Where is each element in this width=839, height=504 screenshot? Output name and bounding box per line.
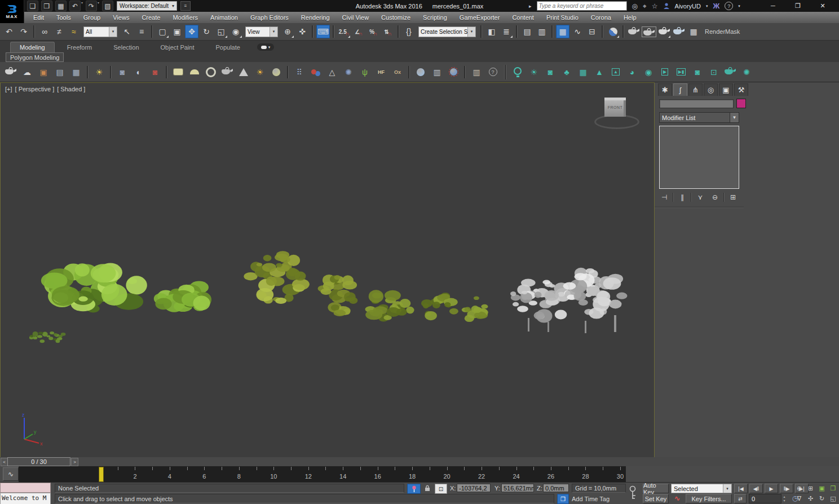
search-input[interactable] xyxy=(537,1,627,11)
orbit-button[interactable]: ↻ xyxy=(816,494,827,503)
scatter-button[interactable]: ⠿ xyxy=(292,64,307,79)
time-slider-handle[interactable] xyxy=(99,467,104,482)
set-key-button[interactable]: Set Key xyxy=(643,494,669,503)
rendered-frame-window-button[interactable] xyxy=(642,25,656,38)
motion-tab[interactable]: ◎ xyxy=(704,83,718,96)
dome-primitive-button[interactable] xyxy=(187,64,202,79)
sphere-primitive-button[interactable] xyxy=(269,64,284,79)
undo-flyout-button[interactable]: ↶ xyxy=(69,1,81,11)
corona-scatter-button[interactable]: ♣ xyxy=(559,64,574,79)
corona-pattern-button[interactable]: ▲ xyxy=(608,64,623,79)
zoom-button[interactable]: ⊕ xyxy=(794,484,805,493)
workspace-selector[interactable]: Workspace: Default ▾ xyxy=(117,1,177,11)
environment-button[interactable]: ▣ xyxy=(36,64,51,79)
corona-interactive-button[interactable]: ✺ xyxy=(739,64,754,79)
pin-stack-button[interactable]: ⊣ xyxy=(658,192,670,202)
modifier-list-dropdown[interactable]: Modifier List ▼ xyxy=(659,112,739,123)
render-production-button[interactable] xyxy=(657,25,671,38)
macro-recorder-pane[interactable] xyxy=(0,483,51,493)
save-file-button[interactable]: ▦ xyxy=(55,1,67,11)
menu-content[interactable]: Content xyxy=(506,12,540,23)
modify-tab[interactable]: ʃ xyxy=(673,83,687,96)
teapot-create-button[interactable] xyxy=(3,64,18,79)
window-crossing-button[interactable]: ▣ xyxy=(170,25,184,38)
mirror-button[interactable]: ◧ xyxy=(485,25,498,38)
camera-button[interactable]: ◙ xyxy=(115,64,130,79)
corona-proxy-button[interactable]: ▲ xyxy=(592,64,607,79)
angle-snap-toggle-button[interactable]: ∠∩ xyxy=(352,25,365,38)
viewport-menu-view[interactable]: [ Perspective ] xyxy=(15,86,55,92)
mini-curve-editor-button[interactable]: ∿ xyxy=(3,467,19,481)
menu-graph-editors[interactable]: Graph Editors xyxy=(244,12,295,23)
go-to-start-button[interactable]: |◀ xyxy=(734,484,748,493)
sphere-dashed-button[interactable] xyxy=(446,64,461,79)
corona-camera-button[interactable]: ◙ xyxy=(543,64,558,79)
search-icon[interactable]: ◎ xyxy=(632,2,638,10)
z-coordinate-field[interactable]: 0,0mm xyxy=(543,484,569,492)
bind-to-space-warp-button[interactable]: ≈ xyxy=(67,25,81,38)
select-and-manipulate-button[interactable]: ✜ xyxy=(295,25,309,38)
add-time-tag[interactable]: Add Time Tag xyxy=(572,496,610,502)
flyout-arrow-icon[interactable]: ▸ xyxy=(529,3,532,9)
named-selection-sets-select[interactable]: Create Selection Se▾ xyxy=(418,26,476,37)
y-coordinate-field[interactable]: 516,621mm xyxy=(501,484,534,492)
viewcube-cube[interactable]: FRONT xyxy=(604,98,626,117)
maximize-viewport-button[interactable]: ◱ xyxy=(828,494,838,503)
set-key-curve-icon[interactable]: ∿ xyxy=(671,494,683,503)
play-button[interactable]: ▶ xyxy=(765,484,778,493)
favorites-star-icon[interactable]: ☆ xyxy=(652,2,658,10)
tab-selection[interactable]: Selection xyxy=(104,42,148,52)
help-chevron-icon[interactable]: ▾ xyxy=(738,4,740,8)
render-presets-button[interactable]: ▤ xyxy=(52,64,67,79)
corona-player-button[interactable]: ▶▮ xyxy=(674,64,688,79)
configure-modifier-sets-button[interactable]: ⊞ xyxy=(727,192,739,202)
menu-edit[interactable]: Edit xyxy=(27,12,50,23)
select-and-link-button[interactable]: ∞ xyxy=(38,25,51,38)
use-pivot-point-center-button[interactable]: ⊕ xyxy=(281,25,294,38)
menu-animation[interactable]: Animation xyxy=(204,12,244,23)
spinner-snap-toggle-button[interactable]: ⇅∩ xyxy=(381,25,395,38)
rendermask-grid-button[interactable]: ▦ xyxy=(687,25,700,38)
select-and-uniform-scale-button[interactable]: ◱ xyxy=(214,25,228,38)
redo-button[interactable]: ↷ xyxy=(17,25,30,38)
corona-sun-button[interactable]: ☀ xyxy=(527,64,541,79)
toggle-scene-explorer-button[interactable]: ▦ xyxy=(556,25,569,38)
application-menu-button[interactable]: MAX xyxy=(0,0,24,23)
select-and-rotate-button[interactable]: ↻ xyxy=(200,25,213,38)
maximize-button[interactable]: ❐ xyxy=(791,1,805,11)
menu-views[interactable]: Views xyxy=(107,12,135,23)
redo-flyout-button[interactable]: ↷ xyxy=(86,1,97,11)
zoom-all-button[interactable]: ⊞ xyxy=(805,484,816,493)
menu-scripting[interactable]: Scripting xyxy=(417,12,453,23)
user-chevron-icon[interactable]: ▾ xyxy=(706,4,708,8)
tab-freeform[interactable]: Freeform xyxy=(58,42,101,52)
render-setup-button[interactable] xyxy=(627,25,641,38)
remove-modifier-button[interactable]: ⊖ xyxy=(709,192,721,202)
reference-coordinate-system-select[interactable]: View▾ xyxy=(245,26,278,37)
pan-button[interactable]: ✣ xyxy=(805,494,816,503)
key-mode-dropdown[interactable]: Selected ▾ xyxy=(671,484,732,493)
make-unique-button[interactable]: ⋎ xyxy=(694,192,706,202)
material-clipboard-button[interactable]: ▥ xyxy=(430,64,444,79)
video-camera-button[interactable]: ◙ xyxy=(148,64,162,79)
ribbon-minimize-button[interactable]: ▾ xyxy=(257,43,274,51)
selection-filter-select[interactable]: All▾ xyxy=(83,26,117,37)
unlink-selection-button[interactable]: ≠ xyxy=(52,25,66,38)
corona-logo-button[interactable]: ◕ xyxy=(625,64,639,79)
help-icon[interactable]: ? xyxy=(725,2,733,10)
key-mode-toggle-button[interactable]: ⇄ xyxy=(734,494,747,503)
select-and-place-button[interactable]: ◉ xyxy=(229,25,242,38)
listener-window-button[interactable]: ❐ xyxy=(557,494,569,504)
maxscript-mini-listener[interactable]: Welcome to M xyxy=(0,493,51,504)
ox-button[interactable]: Ox xyxy=(390,64,405,79)
spinner-down-icon[interactable]: ▾ xyxy=(783,499,785,503)
corona-light-button[interactable] xyxy=(510,64,525,79)
menu-gameexporter[interactable]: GameExporter xyxy=(453,12,506,23)
new-file-button[interactable]: ❏ xyxy=(27,1,38,11)
flyout-chevron-icon[interactable]: ▾ xyxy=(98,1,99,11)
snaps-toggle-button[interactable]: 2.5∩ xyxy=(337,25,351,38)
display-tab[interactable]: ▣ xyxy=(719,83,733,96)
menu-create[interactable]: Create xyxy=(135,12,166,23)
select-object-button[interactable]: ↖ xyxy=(120,25,134,38)
menu-civil-view[interactable]: Civil View xyxy=(336,12,375,23)
